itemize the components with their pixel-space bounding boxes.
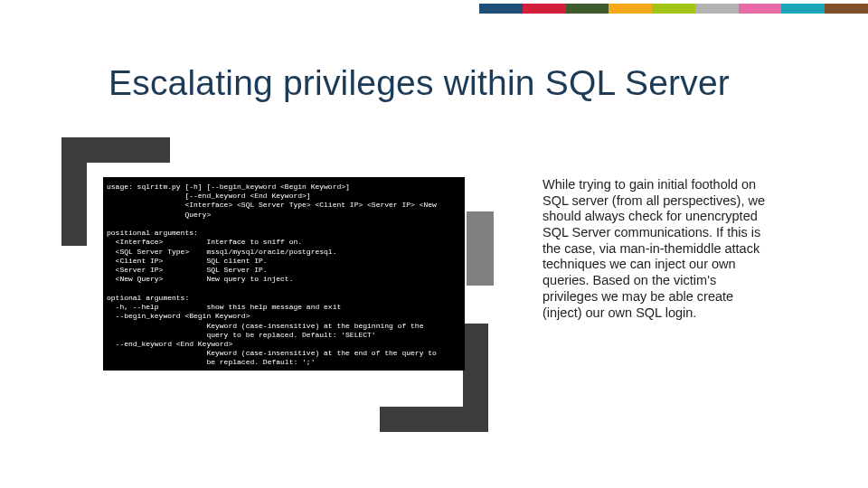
color-swatch xyxy=(781,4,825,14)
header-color-bar xyxy=(479,4,868,14)
color-swatch xyxy=(695,4,739,14)
color-swatch xyxy=(523,4,566,14)
color-swatch xyxy=(479,4,523,14)
color-swatch xyxy=(609,4,652,14)
side-accent-block xyxy=(467,211,494,286)
terminal-screenshot: usage: sqlritm.py [-h] [--begin_keyword … xyxy=(103,177,465,371)
body-paragraph: While trying to gain initial foothold on… xyxy=(542,177,773,321)
color-swatch xyxy=(566,4,609,14)
color-swatch xyxy=(825,4,868,14)
color-swatch xyxy=(652,4,695,14)
color-swatch xyxy=(739,4,782,14)
slide-title: Escalating privileges within SQL Server xyxy=(108,63,730,103)
